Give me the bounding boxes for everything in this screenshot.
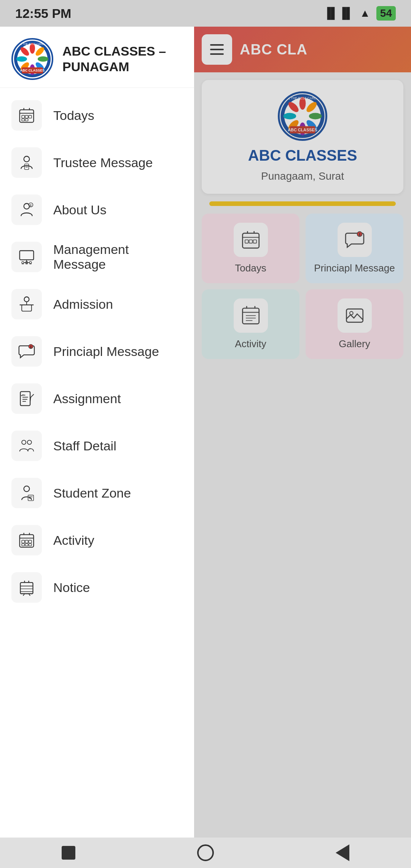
logo-circle: ABC CLASSES ALL THE BEST CAREER [11,38,53,80]
todays-icon-box [11,100,42,131]
svg-text:ABC CLASSES: ABC CLASSES [20,69,45,72]
menu-label-activity: Activity [53,533,94,548]
drawer-overlay[interactable] [194,27,411,838]
svg-point-55 [24,486,30,492]
svg-point-36 [29,262,31,264]
menu-item-princiapl-message[interactable]: ! Princiapl Message [0,328,194,375]
menu-item-staff-detail[interactable]: Staff Detail [0,422,194,469]
svg-line-51 [31,394,33,397]
trustee-icon-box [11,147,42,178]
svg-rect-41 [22,305,32,311]
admission-icon-box [11,289,42,319]
person-book-icon [18,485,35,501]
svg-rect-64 [25,540,28,543]
menu-item-student-zone[interactable]: Student Zone [0,469,194,517]
svg-rect-67 [25,544,28,546]
menu-label-about: About Us [53,203,107,217]
about-icon-box [11,195,42,225]
notice-icon-box [11,572,42,603]
menu-item-management-message[interactable]: Management Message [0,233,194,281]
home-icon [197,844,214,861]
checklist-pen-icon [18,390,35,407]
svg-rect-19 [25,115,28,118]
drawer-title: ABC CLASSES – PUNAGAM [62,43,183,75]
monitor-people-icon [18,249,35,265]
svg-rect-66 [22,544,24,546]
app-container: ABC CLASSES ALL THE BEST CAREER ABC CLAS… [0,27,411,838]
svg-rect-65 [29,540,32,543]
bottom-nav [0,838,411,868]
drawer: ABC CLASSES ALL THE BEST CAREER ABC CLAS… [0,27,194,838]
menu-label-student: Student Zone [53,486,131,501]
svg-rect-69 [21,582,33,594]
staff-icon-box [11,431,42,461]
svg-rect-46 [21,392,30,406]
svg-point-53 [22,440,26,444]
menu-label-staff: Staff Detail [53,439,116,453]
menu-label-admission: Admission [53,297,113,312]
wifi-icon: ▲ [360,7,370,19]
svg-point-23 [24,156,30,162]
status-icons: ▐▌▐▌ ▲ 54 [323,6,396,21]
svg-point-40 [24,297,29,302]
activity-icon-box [11,525,42,555]
svg-point-54 [27,440,32,444]
menu-label-notice: Notice [53,580,90,595]
svg-rect-68 [29,544,32,546]
svg-text:!: ! [30,345,32,349]
person-badge-icon [18,154,35,171]
signal-icon: ▐▌▐▌ [323,7,354,19]
calendar-grid-icon [18,107,35,124]
menu-item-trustee-message[interactable]: Trustee Message [0,139,194,186]
chat-badge-icon: ! [18,343,35,360]
menu-item-activity[interactable]: Activity [0,517,194,564]
right-panel: ABC CLA [194,27,411,838]
calendar-grid2-icon [18,532,35,549]
board-calendar-icon [18,579,35,596]
menu-item-notice[interactable]: Notice [0,564,194,611]
menu-label-management: Management Message [53,242,183,272]
group-people-icon [18,437,35,454]
stop-icon [62,846,75,860]
person-desk-icon [18,296,35,313]
svg-rect-18 [22,115,24,118]
princiapl-icon-box: ! [11,336,42,367]
status-bar: 12:55 PM ▐▌▐▌ ▲ 54 [0,0,411,27]
svg-point-34 [22,262,24,264]
status-time: 12:55 PM [15,6,71,21]
svg-point-8 [16,56,27,62]
nav-back-button[interactable] [331,841,354,864]
menu-item-admission[interactable]: Admission [0,281,194,328]
management-icon-box [11,242,42,272]
svg-point-4 [38,56,48,62]
menu-item-todays[interactable]: Todays [0,92,194,139]
svg-rect-24 [25,164,29,170]
battery-icon: 54 [376,6,396,21]
menu-label-trustee: Trustee Message [53,155,153,170]
svg-point-10 [28,54,37,64]
nav-home-button[interactable] [194,841,217,864]
menu-item-about-us[interactable]: About Us [0,186,194,233]
menu-label-todays: Todays [53,108,94,123]
svg-rect-21 [22,119,24,121]
menu-item-assignment[interactable]: Assignment [0,375,194,422]
person-info-icon [18,201,35,218]
drawer-menu: Todays Trustee Message [0,88,194,838]
nav-stop-button[interactable] [57,841,80,864]
svg-rect-31 [20,251,34,260]
menu-label-assignment: Assignment [53,391,121,406]
svg-text:ALL THE BEST CAREER: ALL THE BEST CAREER [17,43,47,45]
svg-rect-20 [29,115,32,118]
student-icon-box [11,478,42,508]
assignment-icon-box [11,383,42,414]
svg-rect-22 [25,119,28,121]
drawer-header: ABC CLASSES ALL THE BEST CAREER ABC CLAS… [0,27,194,88]
menu-label-princiapl: Princiapl Message [53,344,159,359]
back-icon [336,844,349,861]
svg-rect-63 [22,540,24,543]
